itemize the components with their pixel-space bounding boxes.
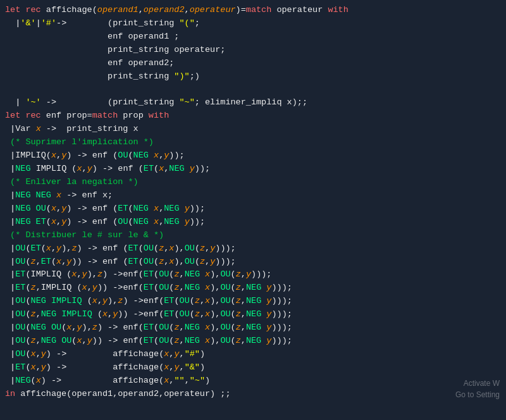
code-line-6: print_string ")";)	[5, 70, 501, 83]
code-line-7	[5, 83, 501, 97]
code-line-20: |OU(z,ET(x,y)) -> enf (ET(OU(z,x),OU(z,y…	[5, 256, 501, 269]
watermark-line1: Activate W	[464, 379, 500, 388]
code-line-2: |'&'|'#'-> (print_string "(";	[5, 17, 501, 30]
watermark-line2: Go to Setting	[455, 390, 500, 399]
code-line-14: (* Enliver la negation *)	[5, 176, 501, 189]
code-line-23: |OU(NEG IMPLIQ (x,y),z) ->enf(ET(OU(z,x)…	[5, 295, 501, 308]
code-line-27: |OU(x,y) -> affichage(x,y,"#")	[5, 348, 501, 361]
code-line-28: |ET(x,y) -> affichage(x,y,"&")	[5, 361, 501, 374]
watermark: Activate W Go to Setting	[455, 378, 500, 401]
code-line-1: let rec affichage(operand1,operand2,oper…	[5, 4, 501, 17]
code-line-12: |IMPLIQ(x,y) -> enf (OU(NEG x,y));	[5, 149, 501, 163]
code-line-24: |OU(z,NEG IMPLIQ (x,y)) ->enf(ET(OU(z,x)…	[5, 308, 501, 321]
code-line-4: print_string operateur;	[5, 44, 501, 57]
code-line-18: (* Distribuer le # sur le & *)	[5, 229, 501, 242]
code-line-22: |ET(z,IMPLIQ (x,y)) ->enf(ET(OU(z,NEG x)…	[5, 281, 501, 295]
code-line-8: | '~' -> (print_string "~"; eliminer_imp…	[5, 96, 501, 109]
code-line-21: |ET(IMPLIQ (x,y),z) ->enf(ET(OU(z,NEG x)…	[5, 268, 501, 281]
code-line-15: |NEG NEG x -> enf x;	[5, 189, 501, 202]
code-line-25: |OU(NEG OU(x,y),z) -> enf(ET(OU(z,NEG x)…	[5, 321, 501, 335]
code-line-11: (* Suprimer l'implication *)	[5, 136, 501, 149]
code-line-5: enf operand2;	[5, 57, 501, 70]
code-line-17: |NEG ET(x,y) -> enf (OU(NEG x,NEG y));	[5, 216, 501, 229]
code-editor: let rec affichage(operand1,operand2,oper…	[0, 0, 506, 420]
code-line-19: |OU(ET(x,y),z) -> enf (ET(OU(z,x),OU(z,y…	[5, 242, 501, 256]
code-line-9: let rec enf prop=match prop with	[5, 109, 501, 123]
code-line-16: |NEG OU(x,y) -> enf (ET(NEG x,NEG y));	[5, 202, 501, 216]
code-line-3: enf operand1 ;	[5, 30, 501, 44]
code-line-29: |NEG(x) -> affichage(x,"","~")	[5, 374, 501, 388]
code-line-13: |NEG IMPLIQ (x,y) -> enf (ET(x,NEG y));	[5, 163, 501, 176]
code-line-26: |OU(z,NEG OU(x,y)) -> enf(ET(OU(z,NEG x)…	[5, 335, 501, 348]
code-line-30: in affichage(operand1,operand2,operateur…	[5, 388, 501, 401]
code-line-10: |Var x -> print_string x	[5, 123, 501, 136]
